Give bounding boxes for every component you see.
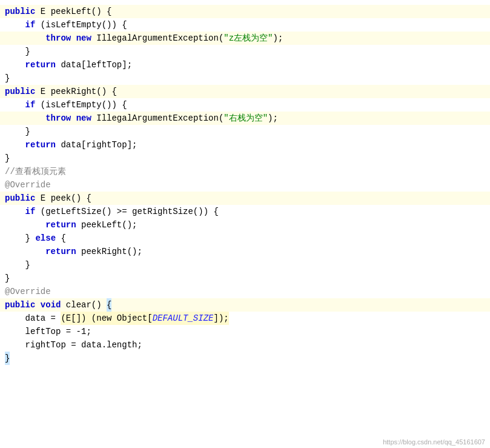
code-line-21: } [0,272,490,285]
keyword-throw-1: throw [45,32,71,45]
code-line-24: data = (E[]) (new Object[DEFAULT_SIZE]); [0,312,490,325]
watermark: https://blog.csdn.net/qq_45161607 [383,438,485,446]
keyword-return-4: return [45,245,76,258]
code-line-1: public E peekLeft() { [0,5,490,18]
close-brace-highlight: } [5,352,10,365]
code-line-13: //查看栈顶元素 [0,165,490,178]
keyword-new-2: new [76,112,91,125]
code-line-17: return peekLeft(); [0,218,490,232]
code-container: public E peekLeft() { if (isLeftEmpty())… [0,0,490,448]
code-line-15: public E peek() { [0,192,490,205]
keyword-public-4: public [5,298,35,312]
keyword-if-2: if [25,98,36,112]
string-z-left: "z左栈为空" [223,32,273,45]
code-line-16: if (getLeftSize() >= getRightSize()) { [0,205,490,218]
code-line-22: @Override [0,285,490,298]
keyword-else: else [35,232,56,245]
default-size-highlight: DEFAULT_SIZE [153,312,214,325]
code-line-9: throw new IllegalArgumentException("右栈为空… [0,112,490,125]
keyword-void: void [41,298,61,312]
code-line-18: } else { [0,232,490,245]
code-line-25: leftTop = -1; [0,325,490,338]
code-line-6: } [0,72,490,85]
code-line-20: } [0,258,490,272]
code-line-5: return data[leftTop]; [0,58,490,72]
code-line-27: } [0,352,490,365]
keyword-if-3: if [25,205,36,218]
annotation-override-1: @Override [5,178,51,192]
code-line-11: return data[rightTop]; [0,138,490,152]
keyword-if: if [25,18,36,32]
code-line-7: public E peekRight() { [0,85,490,98]
close-paren-highlight: ]); [213,312,228,325]
code-line-4: } [0,45,490,58]
keyword-public-3: public [5,192,35,205]
annotation-override-2: @Override [5,285,51,298]
code-line-12: } [0,152,490,165]
code-line-2: if (isLeftEmpty()) { [0,18,490,32]
comment-peek: //查看栈顶元素 [5,165,66,178]
string-right: "右栈为空" [223,112,268,125]
keyword-throw-2: throw [45,112,71,125]
keyword-return-1: return [25,58,56,72]
code-line-19: return peekRight(); [0,245,490,258]
code-line-10: } [0,125,490,138]
code-line-26: rightTop = data.length; [0,338,490,352]
keyword-public: public [5,5,35,18]
code-line-3: throw new IllegalArgumentException("z左栈为… [0,32,490,45]
keyword-return-2: return [25,138,56,152]
keyword-new-1: new [76,32,91,45]
keyword-return-3: return [45,218,76,232]
code-line-8: if (isLeftEmpty()) { [0,98,490,112]
keyword-public-2: public [5,85,35,98]
code-line-23: public void clear() { [0,298,490,312]
cast-highlight: (E[]) (new Object[ [61,312,152,325]
open-brace-highlight: { [107,298,111,312]
code-line-14: @Override [0,178,490,192]
